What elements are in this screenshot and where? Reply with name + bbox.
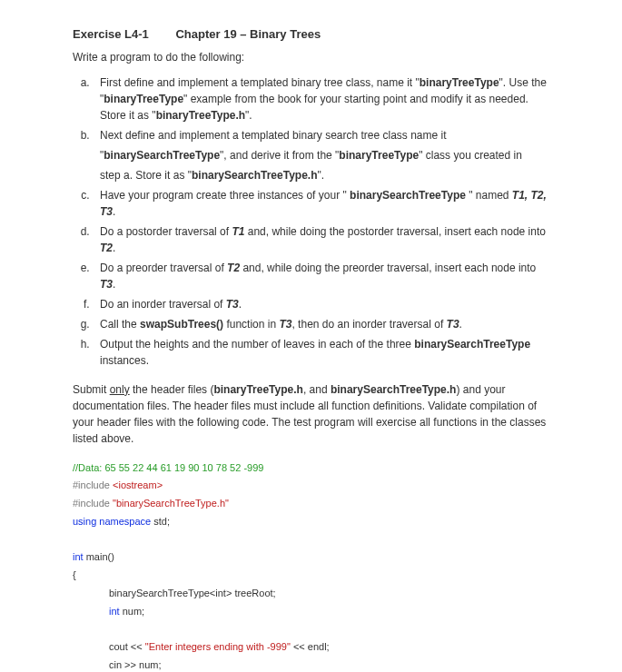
item-a: First define and implement a templated b… <box>93 74 549 124</box>
item-h: Output the heights and the number of lea… <box>93 336 549 369</box>
item-g: Call the swapSubTrees() function in T3, … <box>93 316 549 332</box>
exercise-list: First define and implement a templated b… <box>73 74 549 369</box>
chapter-label: Chapter 19 – Binary Trees <box>175 25 321 44</box>
submit-paragraph: Submit only the header files (binaryTree… <box>73 381 549 447</box>
code-comment: //Data: 65 55 22 44 61 19 90 10 78 52 -9… <box>73 462 263 473</box>
item-d: Do a postorder traversal of T1 and, whil… <box>93 223 549 256</box>
intro-text: Write a program to do the following: <box>73 49 549 65</box>
item-e: Do a preorder traversal of T2 and, while… <box>93 260 549 292</box>
item-f: Do an inorder traversal of T3. <box>93 296 549 312</box>
title: Exercise L4-1 Chapter 19 – Binary Trees <box>73 25 549 44</box>
exercise-label: Exercise L4-1 <box>73 25 149 44</box>
item-b: Next define and implement a templated bi… <box>93 127 549 183</box>
code-block: //Data: 65 55 22 44 61 19 90 10 78 52 -9… <box>73 460 549 673</box>
item-c: Have your program create three instances… <box>93 187 549 220</box>
